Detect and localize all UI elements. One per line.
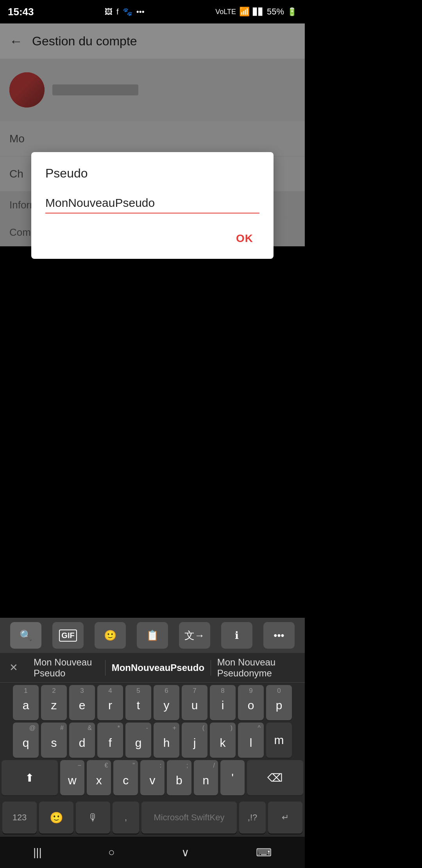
key-h[interactable]: +h [154, 723, 179, 758]
autocomplete-item-1[interactable]: Mon Nouveau Pseudo [27, 653, 105, 683]
sticker-toolbar-btn[interactable]: 🙂 [95, 622, 126, 649]
shift-key[interactable]: ⬆ [2, 760, 58, 795]
punct-label: ,!? [248, 812, 257, 823]
sticker-icon: 🙂 [104, 629, 116, 642]
nav-home-icon[interactable]: ○ [108, 846, 115, 859]
key-o[interactable]: 9o [238, 685, 264, 720]
signal-icon: ▊▊ [253, 7, 264, 16]
battery-icon: 🔋 [287, 7, 297, 16]
key-j[interactable]: (j [182, 723, 207, 758]
emoji-key[interactable]: 🙂 [39, 802, 73, 834]
nav-bar: ||| ○ ∨ ⌨ [0, 837, 305, 868]
key-f[interactable]: *f [97, 723, 123, 758]
delete-key[interactable]: ⌫ [247, 760, 303, 795]
translate-icon: 文→ [184, 629, 205, 642]
key-w[interactable]: −w [60, 760, 84, 795]
gallery-icon: 🖼 [105, 7, 113, 16]
key-v[interactable]: :v [140, 760, 165, 795]
status-bar: 15:43 🖼 f 🐾 ••• VoLTE 📶 ▊▊ 55% 🔋 [0, 0, 305, 23]
nav-keyboard-icon[interactable]: ⌨ [256, 846, 272, 859]
gif-icon: GIF [59, 629, 77, 642]
clipboard-icon: 📋 [146, 629, 159, 642]
autocomplete-items: Mon Nouveau Pseudo MonNouveauPseudo Mon … [27, 653, 305, 683]
key-e[interactable]: 3e [69, 685, 95, 720]
key-y[interactable]: 6y [154, 685, 179, 720]
enter-key[interactable]: ↵ [268, 802, 302, 834]
key-l[interactable]: ^l [238, 723, 264, 758]
key-u[interactable]: 7u [182, 685, 207, 720]
search-icon: 🔍 [20, 629, 32, 642]
key-m[interactable]: m [266, 723, 292, 758]
key-p[interactable]: 0p [266, 685, 292, 720]
punct-key[interactable]: ,!? [239, 802, 266, 834]
key-i[interactable]: 8i [210, 685, 236, 720]
num-label: 123 [13, 812, 27, 823]
comma-label: , [125, 812, 127, 823]
translate-toolbar-btn[interactable]: 文→ [179, 622, 210, 649]
more-icon: ••• [274, 629, 284, 642]
key-r[interactable]: 4r [97, 685, 123, 720]
key-k[interactable]: )k [210, 723, 236, 758]
more-toolbar-btn[interactable]: ••• [263, 622, 295, 649]
key-row-3: ⬆ −w €x "c :v ;b /n ' ⌫ [2, 760, 303, 795]
wifi-icon: 📶 [239, 7, 250, 17]
enter-icon: ↵ [282, 812, 289, 823]
key-q[interactable]: @q [13, 723, 39, 758]
clipboard-toolbar-btn[interactable]: 📋 [137, 622, 168, 649]
modal-dialog: Pseudo OK [31, 152, 274, 259]
comma-key[interactable]: , [113, 802, 139, 834]
key-c[interactable]: "c [113, 760, 138, 795]
key-z[interactable]: 2z [41, 685, 67, 720]
status-right: VoLTE 📶 ▊▊ 55% 🔋 [215, 7, 297, 17]
autocomplete-item-2[interactable]: MonNouveauPseudo [106, 658, 211, 677]
autocomplete-item-3[interactable]: Mon Nouveau Pseudonyme [211, 653, 305, 683]
info-toolbar-btn[interactable]: ℹ [221, 622, 252, 649]
key-x[interactable]: €x [87, 760, 111, 795]
status-time: 15:43 [8, 6, 34, 18]
key-b[interactable]: ;b [167, 760, 191, 795]
mic-icon: 🎙 [88, 812, 98, 824]
mic-key[interactable]: 🎙 [76, 802, 110, 834]
modal-overlay: Pseudo OK [0, 23, 305, 387]
autocomplete-close-btn[interactable]: ✕ [0, 662, 27, 674]
app-background: ← Gestion du compte Mo Ch Informations p… [0, 23, 305, 246]
key-apostrophe[interactable]: ' [220, 760, 245, 795]
space-label: Microsoft SwiftKey [154, 812, 225, 823]
more-icon: ••• [136, 7, 145, 16]
pseudo-input[interactable] [45, 193, 259, 213]
key-a[interactable]: 1a [13, 685, 39, 720]
modal-input-wrapper [45, 193, 259, 213]
info-icon: ℹ [235, 629, 239, 642]
key-rows: 1a 2z 3e 4r 5t 6y 7u 8i [0, 683, 305, 800]
nav-minimize-icon[interactable]: ∨ [181, 846, 190, 859]
num-key[interactable]: 123 [2, 802, 37, 834]
battery-label: 55% [267, 7, 284, 17]
key-n[interactable]: /n [194, 760, 218, 795]
facebook-icon: f [116, 7, 119, 16]
ok-button[interactable]: OK [230, 229, 259, 248]
key-s[interactable]: #s [41, 723, 67, 758]
modal-title: Pseudo [45, 166, 259, 181]
key-g[interactable]: -g [125, 723, 151, 758]
key-row-2: @q #s &d *f -g +h (j )k [2, 723, 303, 758]
emoji-icon: 🙂 [50, 811, 63, 824]
keyboard-toolbar: 🔍 GIF 🙂 📋 文→ ℹ ••• [0, 618, 305, 653]
modal-actions: OK [45, 229, 259, 248]
paw-icon: 🐾 [123, 7, 132, 16]
bottom-row: 123 🙂 🎙 , Microsoft SwiftKey ,!? ↵ [0, 800, 305, 835]
key-row-1: 1a 2z 3e 4r 5t 6y 7u 8i [2, 685, 303, 720]
status-icons: 🖼 f 🐾 ••• [105, 7, 145, 16]
key-d[interactable]: &d [69, 723, 95, 758]
key-t[interactable]: 5t [125, 685, 151, 720]
volte-icon: VoLTE [215, 8, 236, 16]
keyboard: 🔍 GIF 🙂 📋 文→ ℹ ••• ✕ Mon Nouveau Pseudo … [0, 618, 305, 837]
nav-back-icon[interactable]: ||| [33, 846, 42, 859]
autocomplete-row: ✕ Mon Nouveau Pseudo MonNouveauPseudo Mo… [0, 653, 305, 683]
gif-toolbar-btn[interactable]: GIF [52, 622, 84, 649]
space-key[interactable]: Microsoft SwiftKey [141, 802, 237, 834]
search-toolbar-btn[interactable]: 🔍 [10, 622, 41, 649]
